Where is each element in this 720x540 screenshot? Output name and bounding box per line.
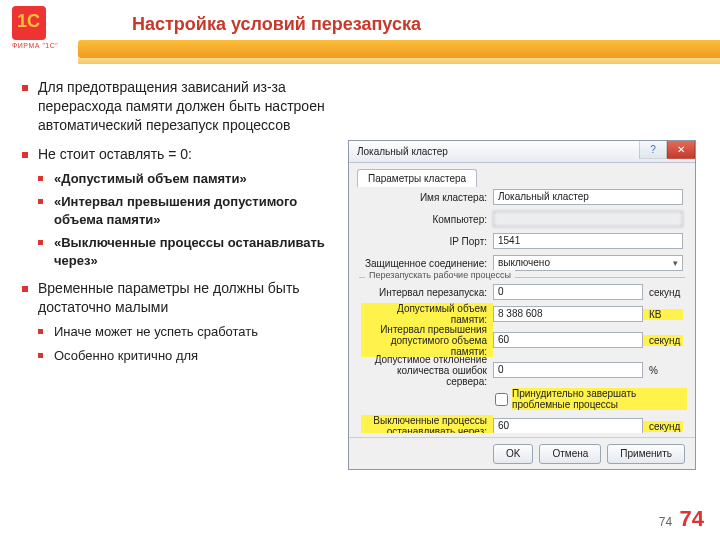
field-off[interactable]: 60 [493, 418, 643, 433]
unit-mem: КВ [643, 309, 683, 320]
lbl-port: IP Порт: [361, 236, 493, 247]
lbl-interval: Интервал перезапуска: [361, 287, 493, 298]
slide-title: Настройка условий перезапуска [132, 14, 421, 35]
lbl-off: Выключенные процессы останавливать через… [361, 415, 493, 433]
dialog-buttons: OK Отмена Применить [349, 437, 695, 469]
dialog-window: Локальный кластер ? ✕ Параметры кластера… [348, 140, 696, 470]
header-substripe [78, 58, 720, 64]
window-controls: ? ✕ [639, 141, 695, 159]
group-restart: Перезапускать рабочие процессы [359, 277, 685, 280]
close-button[interactable]: ✕ [667, 141, 695, 159]
field-mem[interactable]: 8 388 608 [493, 306, 643, 322]
field-err[interactable]: 0 [493, 362, 643, 378]
dialog-title: Локальный кластер [357, 146, 448, 157]
bullet-3b: Особенно критично для [38, 347, 342, 365]
field-memover[interactable]: 60 [493, 332, 643, 348]
lbl-sec: Защищенное соединение: [361, 258, 493, 269]
bullet-2c: «Выключенные процессы останавливать чере… [38, 234, 342, 269]
dialog-titlebar[interactable]: Локальный кластер ? ✕ [349, 141, 695, 163]
bullet-2: Не стоит оставлять = 0: «Допустимый объе… [22, 145, 342, 270]
unit-interval: секунд [643, 287, 683, 298]
lbl-comp: Компьютер: [361, 214, 493, 225]
slide-footer: 74 74 [659, 506, 704, 532]
slide-text: Для предотвращения зависаний из-за перер… [22, 78, 342, 374]
form-area: Имя кластера: Локальный кластер Компьюте… [357, 187, 687, 433]
group-title: Перезапускать рабочие процессы [365, 270, 515, 280]
field-comp[interactable] [493, 211, 683, 227]
logo-badge: 1C [12, 6, 46, 40]
slide-header: 1C ФИРМА "1С" Настройка условий перезапу… [0, 0, 720, 60]
field-sec[interactable]: выключено [493, 255, 683, 271]
tab-cluster-params[interactable]: Параметры кластера [357, 169, 477, 187]
cancel-button[interactable]: Отмена [539, 444, 601, 464]
help-button[interactable]: ? [639, 141, 667, 159]
unit-off: секунд [643, 421, 683, 432]
logo-sub: ФИРМА "1С" [12, 42, 72, 49]
ok-button[interactable]: OK [493, 444, 533, 464]
checkbox-force-label: Принудительно завершать проблемные проце… [512, 388, 687, 410]
logo-1c: 1C ФИРМА "1С" [12, 6, 72, 54]
unit-memover: секунд [643, 335, 683, 346]
lbl-err: Допустимое отклонение количества ошибок … [361, 354, 493, 387]
bullet-3-text: Временные параметры не должны быть доста… [38, 280, 300, 315]
logo-mark: 1C [17, 11, 40, 32]
bullet-1: Для предотвращения зависаний из-за перер… [22, 78, 342, 135]
bullet-2b: «Интервал превышения допустимого объема … [38, 193, 342, 228]
field-interval[interactable]: 0 [493, 284, 643, 300]
unit-err: % [643, 365, 683, 376]
lbl-mem: Допустимый объем памяти: [361, 303, 493, 325]
checkbox-force[interactable]: Принудительно завершать проблемные проце… [357, 386, 687, 412]
page-big: 74 [680, 506, 704, 531]
lbl-memover: Интервал превышения допустимого объема п… [361, 324, 493, 357]
checkbox-force-input[interactable] [495, 393, 508, 406]
bullet-3a: Иначе может не успеть сработать [38, 323, 342, 341]
lbl-name: Имя кластера: [361, 192, 493, 203]
page-small: 74 [659, 515, 672, 529]
header-stripe [78, 40, 720, 58]
field-port[interactable]: 1541 [493, 233, 683, 249]
apply-button[interactable]: Применить [607, 444, 685, 464]
bullet-2a: «Допустимый объем памяти» [38, 170, 342, 188]
bullet-3: Временные параметры не должны быть доста… [22, 279, 342, 364]
bullet-2-text: Не стоит оставлять = 0: [38, 146, 192, 162]
field-name[interactable]: Локальный кластер [493, 189, 683, 205]
